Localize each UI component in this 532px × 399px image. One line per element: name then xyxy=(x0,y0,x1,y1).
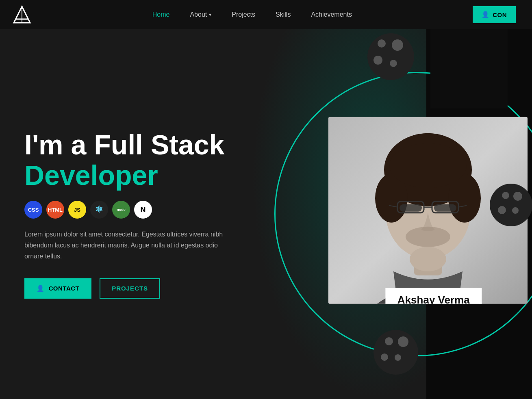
contact-button[interactable]: 👤 CONTACT xyxy=(24,278,91,299)
tech-icons-row: CSS HTML JS ⚛ node N xyxy=(24,201,268,219)
hero-left-content: I'm a Full Stack Developer CSS HTML JS ⚛… xyxy=(24,130,268,298)
dot-decoration xyxy=(513,192,522,201)
dot-decoration xyxy=(381,353,388,361)
dark-corner-panel xyxy=(430,29,508,108)
contact-icon: 👤 xyxy=(37,285,45,292)
decoration-circle-mid-left xyxy=(490,184,532,226)
dot-decoration xyxy=(512,207,519,214)
decoration-circle-bottom-right xyxy=(373,330,418,375)
hero-description: Lorem ipsum dolor sit amet consectetur. … xyxy=(24,229,228,262)
nav-item-skills[interactable]: Skills xyxy=(276,11,291,18)
css3-icon: CSS xyxy=(24,201,42,219)
achievements-link[interactable]: Achievements xyxy=(311,11,352,18)
skills-link[interactable]: Skills xyxy=(276,11,291,18)
svg-rect-11 xyxy=(400,204,422,212)
nav-item-home[interactable]: Home xyxy=(152,11,170,18)
logo[interactable] xyxy=(12,5,32,24)
svg-rect-12 xyxy=(434,204,456,212)
nav-item-achievements[interactable]: Achievements xyxy=(311,11,352,18)
home-link[interactable]: Home xyxy=(152,11,170,18)
nav-item-about[interactable]: About ▾ xyxy=(190,11,211,18)
dot-decoration xyxy=(498,206,506,214)
svg-point-19 xyxy=(410,247,446,271)
dot-decoration xyxy=(385,337,393,345)
contact-card-icon: 👤 xyxy=(482,11,490,18)
projects-button[interactable]: PROJECTS xyxy=(100,278,160,299)
svg-point-18 xyxy=(406,227,450,247)
dot-decoration xyxy=(390,60,397,67)
dot-decoration xyxy=(502,192,509,199)
hero-section: I'm a Full Stack Developer CSS HTML JS ⚛… xyxy=(0,29,532,399)
nextjs-icon: N xyxy=(134,201,152,219)
hero-title-line1: I'm a Full Stack xyxy=(24,130,268,160)
dot-decoration xyxy=(392,39,403,51)
nodejs-icon: node xyxy=(112,201,130,219)
html5-icon: HTML xyxy=(46,201,64,219)
chevron-down-icon: ▾ xyxy=(209,12,211,17)
dot-decoration xyxy=(378,39,386,48)
hero-title-line2: Developer xyxy=(24,160,268,191)
nav-links: Home About ▾ Projects Skills Achievement… xyxy=(152,11,352,18)
decoration-circle-top-right xyxy=(367,33,414,80)
react-icon: ⚛ xyxy=(90,201,108,219)
svg-point-10 xyxy=(389,143,467,188)
person-name-tag: Akshay Verma xyxy=(385,288,482,304)
navbar: Home About ▾ Projects Skills Achievement… xyxy=(0,0,532,29)
nav-item-projects[interactable]: Projects xyxy=(232,11,255,18)
dot-decoration xyxy=(398,336,408,347)
javascript-icon: JS xyxy=(68,201,86,219)
about-link[interactable]: About ▾ xyxy=(190,11,211,18)
hero-right-content: Akshay Verma xyxy=(268,29,508,399)
nav-contact-button[interactable]: 👤 CON xyxy=(473,6,516,23)
dot-decoration xyxy=(373,56,382,65)
projects-link[interactable]: Projects xyxy=(232,11,255,18)
dot-decoration xyxy=(395,354,401,361)
hero-buttons: 👤 CONTACT PROJECTS xyxy=(24,278,268,299)
